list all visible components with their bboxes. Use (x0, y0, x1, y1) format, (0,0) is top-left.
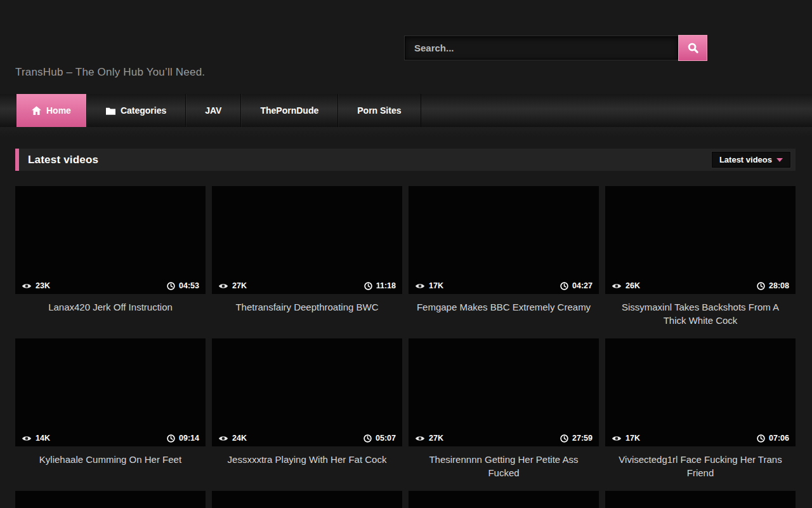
video-duration: 04:53 (179, 281, 199, 290)
nav-item-jav[interactable]: JAV (186, 94, 241, 127)
video-meta: 17K 07:06 (605, 430, 796, 446)
video-title[interactable]: Femgape Makes BBC Extremely Creamy (409, 294, 599, 338)
clock-icon (167, 282, 175, 290)
video-card (15, 491, 206, 508)
search-button[interactable] (678, 35, 707, 61)
video-views: 26K (625, 281, 640, 290)
nav-item-home[interactable]: Home (16, 94, 87, 127)
video-thumbnail[interactable]: 27K 11:18 (212, 186, 402, 294)
search-icon (687, 42, 699, 54)
video-title[interactable]: Lanax420 Jerk Off Instruction (15, 294, 206, 338)
video-title[interactable]: Jessxxxtra Playing With Her Fat Cock (212, 446, 402, 491)
video-title[interactable]: Thetransfairy Deepthroating BWC (212, 294, 402, 338)
video-duration: 28:08 (769, 281, 789, 290)
video-card: 17K 07:06 Vivisectedg1rl Face Fucking He… (605, 338, 796, 491)
video-duration-group: 27:59 (560, 434, 593, 443)
nav-item-categories[interactable]: Categories (87, 94, 186, 127)
video-card: 27K 11:18 Thetransfairy Deepthroating BW… (212, 186, 402, 338)
clock-icon (757, 282, 765, 290)
video-thumbnail[interactable] (212, 491, 402, 508)
video-thumbnail[interactable]: 17K 07:06 (605, 338, 796, 446)
video-views-group: 14K (22, 434, 50, 443)
nav-label: Categories (121, 105, 166, 116)
clock-icon (363, 434, 372, 443)
video-views-group: 23K (22, 281, 50, 290)
video-card (212, 491, 402, 508)
video-meta: 17K 04:27 (409, 277, 599, 294)
eye-icon (218, 435, 228, 442)
video-duration-group: 07:06 (757, 434, 789, 443)
search-input[interactable] (405, 36, 678, 60)
nav-item-theporndude[interactable]: ThePornDude (241, 94, 338, 127)
eye-icon (22, 283, 32, 290)
video-card (605, 491, 796, 508)
video-views-group: 17K (612, 434, 640, 443)
video-card: 26K 28:08 Sissymaxinl Takes Backshots Fr… (605, 186, 796, 338)
caret-down-icon (776, 158, 783, 162)
video-views: 17K (625, 434, 640, 443)
eye-icon (415, 435, 425, 442)
video-views: 27K (232, 281, 247, 290)
video-thumbnail[interactable]: 23K 04:53 (15, 186, 206, 294)
video-duration-group: 11:18 (364, 281, 396, 290)
video-duration-group: 04:27 (560, 281, 593, 290)
video-duration: 07:06 (769, 434, 789, 443)
video-views-group: 17K (415, 281, 443, 290)
video-duration-group: 05:07 (363, 434, 396, 443)
eye-icon (22, 435, 32, 442)
video-card: 24K 05:07 Jessxxxtra Playing With Her Fa… (212, 338, 402, 491)
sort-dropdown[interactable]: Latest videos (712, 152, 790, 168)
page: TransHub – The Only Hub You’ll Need. Hom… (0, 0, 812, 508)
video-meta: 14K 09:14 (15, 430, 206, 446)
video-grid: 23K 04:53 Lanax420 Jerk Off Instruction (15, 186, 796, 508)
eye-icon (612, 435, 622, 442)
sort-dropdown-label: Latest videos (719, 155, 772, 164)
video-thumbnail[interactable]: 27K 27:59 (409, 338, 599, 446)
video-thumbnail[interactable]: 14K 09:14 (15, 338, 206, 446)
video-duration-group: 28:08 (757, 281, 789, 290)
video-thumbnail[interactable]: 26K 28:08 (605, 186, 796, 294)
clock-icon (757, 434, 765, 443)
nav-label: Porn Sites (357, 105, 401, 116)
video-duration-group: 04:53 (167, 281, 199, 290)
nav-label: JAV (205, 105, 221, 116)
video-duration-group: 09:14 (167, 434, 199, 443)
video-meta: 27K 27:59 (409, 430, 599, 446)
clock-icon (560, 282, 568, 290)
video-duration: 27:59 (572, 434, 593, 443)
video-duration: 09:14 (179, 434, 199, 443)
site-header: TransHub – The Only Hub You’ll Need. (0, 0, 812, 94)
video-meta: 24K 05:07 (212, 430, 402, 446)
video-title[interactable]: Thesirennnn Getting Her Petite Ass Fucke… (409, 446, 599, 491)
video-thumbnail[interactable] (409, 491, 599, 508)
video-duration: 05:07 (376, 434, 396, 443)
video-thumbnail[interactable]: 17K 04:27 (409, 186, 599, 294)
nav-label: ThePornDude (260, 105, 318, 116)
video-thumbnail[interactable] (605, 491, 796, 508)
video-views: 27K (429, 434, 443, 443)
home-icon (32, 106, 41, 115)
video-thumbnail[interactable] (15, 491, 206, 508)
video-views: 23K (36, 281, 50, 290)
eye-icon (218, 283, 228, 290)
folder-icon (106, 107, 115, 115)
video-card: 27K 27:59 Thesirennnn Getting Her Petite… (409, 338, 599, 491)
video-title[interactable]: Kyliehaale Cumming On Her Feet (15, 446, 206, 491)
video-title[interactable]: Sissymaxinl Takes Backshots From A Thick… (605, 294, 796, 338)
section-header: Latest videos Latest videos (15, 149, 796, 171)
main-nav: Home Categories JAV ThePornDude Porn Sit… (0, 94, 812, 127)
video-views-group: 27K (415, 434, 443, 443)
video-meta: 27K 11:18 (212, 277, 402, 294)
video-duration: 11:18 (376, 281, 396, 290)
video-card: 14K 09:14 Kyliehaale Cumming On Her Feet (15, 338, 206, 491)
video-views: 17K (429, 281, 443, 290)
video-title[interactable]: Vivisectedg1rl Face Fucking Her Trans Fr… (605, 446, 796, 491)
clock-icon (560, 434, 568, 443)
video-card: 23K 04:53 Lanax420 Jerk Off Instruction (15, 186, 206, 338)
video-thumbnail[interactable]: 24K 05:07 (212, 338, 402, 446)
video-meta: 26K 28:08 (605, 277, 796, 294)
video-views: 24K (232, 434, 247, 443)
video-duration: 04:27 (572, 281, 593, 290)
nav-item-porn-sites[interactable]: Porn Sites (338, 94, 421, 127)
clock-icon (364, 282, 372, 290)
